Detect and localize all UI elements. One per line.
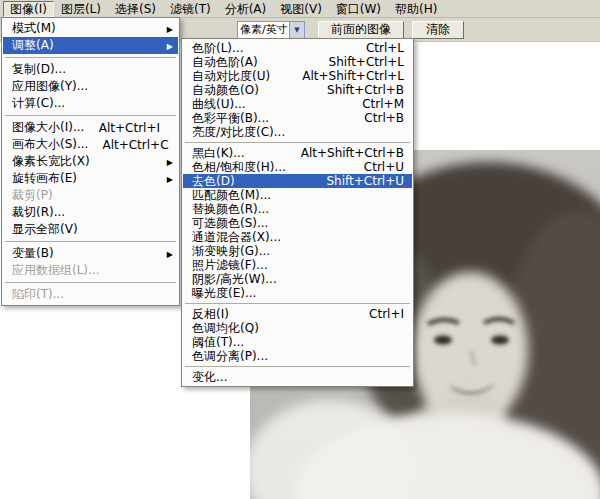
item-label: 应用数据组(L)... bbox=[12, 262, 100, 279]
menubar-item-analysis[interactable]: 分析(A) bbox=[218, 1, 274, 17]
item-shortcut: Ctrl+I bbox=[355, 307, 404, 321]
menu-separator bbox=[5, 115, 176, 116]
menu-item-adjustments[interactable]: 调整(A) ▶ bbox=[3, 37, 178, 54]
item-label: 旋转画布(E) bbox=[12, 170, 77, 187]
item-label: 曝光度(E)... bbox=[192, 285, 256, 302]
menu-item-crop: 裁剪(P) bbox=[3, 187, 178, 204]
front-image-button[interactable]: 前面的图像 bbox=[318, 21, 404, 39]
menu-item-trap: 陷印(T)... bbox=[3, 286, 178, 303]
item-label: 应用图像(Y)... bbox=[12, 78, 88, 95]
menu-item-canvas-size[interactable]: 画布大小(S)... Alt+Ctrl+C bbox=[3, 136, 178, 153]
menu-item-variables[interactable]: 变量(B) ▶ bbox=[3, 245, 178, 262]
submenu-item-variations[interactable]: 变化... bbox=[183, 370, 412, 384]
submenu-item-brightness-contrast[interactable]: 亮度/对比度(C)... bbox=[183, 125, 412, 139]
item-shortcut: Ctrl+L bbox=[352, 41, 404, 55]
menubar-item-view[interactable]: 视图(V) bbox=[273, 1, 329, 17]
item-label: 陷印(T)... bbox=[12, 286, 64, 303]
menu-separator bbox=[5, 241, 176, 242]
menu-separator bbox=[5, 57, 176, 58]
menubar-item-filter[interactable]: 滤镜(T) bbox=[163, 1, 218, 17]
menu-item-calculations[interactable]: 计算(C)... bbox=[3, 95, 178, 112]
menu-item-apply-image[interactable]: 应用图像(Y)... bbox=[3, 78, 178, 95]
dropdown-value: 像素/英寸 bbox=[238, 22, 289, 38]
menu-separator bbox=[185, 366, 410, 367]
clear-button[interactable]: 清除 bbox=[412, 21, 464, 39]
menu-bar: 图像(I) 图层(L) 选择(S) 滤镜(T) 分析(A) 视图(V) 窗口(W… bbox=[0, 0, 600, 18]
item-shortcut: Ctrl+U bbox=[350, 160, 404, 174]
item-label: 色调分离(P)... bbox=[192, 348, 268, 365]
item-shortcut: Ctrl+B bbox=[350, 111, 404, 125]
item-shortcut: Alt+Shift+Ctrl+L bbox=[288, 69, 404, 83]
submenu-item-posterize[interactable]: 色调分离(P)... bbox=[183, 349, 412, 363]
item-label: 像素长宽比(X) bbox=[12, 153, 90, 170]
item-label: 计算(C)... bbox=[12, 95, 65, 112]
item-shortcut: Alt+Shift+Ctrl+B bbox=[287, 146, 404, 160]
item-label: 变化... bbox=[192, 369, 227, 386]
photoshop-window: 图像(I) 图层(L) 选择(S) 滤镜(T) 分析(A) 视图(V) 窗口(W… bbox=[0, 0, 600, 499]
adjustments-submenu-panel: 色阶(L)... Ctrl+L 自动色阶(A) Shift+Ctrl+L 自动对… bbox=[181, 38, 414, 387]
menu-separator bbox=[5, 282, 176, 283]
item-label: 复制(D)... bbox=[12, 61, 66, 78]
menubar-item-layer[interactable]: 图层(L) bbox=[54, 1, 108, 17]
menu-item-reveal-all[interactable]: 显示全部(V) bbox=[3, 221, 178, 238]
menu-item-mode[interactable]: 模式(M) ▶ bbox=[3, 20, 178, 37]
item-label: 亮度/对比度(C)... bbox=[192, 124, 285, 141]
image-menu-panel: 模式(M) ▶ 调整(A) ▶ 复制(D)... 应用图像(Y)... 计算(C… bbox=[1, 17, 180, 306]
item-shortcut: Shift+Ctrl+L bbox=[315, 55, 404, 69]
menu-item-duplicate[interactable]: 复制(D)... bbox=[3, 61, 178, 78]
item-label: 裁切(R)... bbox=[12, 204, 65, 221]
resolution-unit-dropdown[interactable]: 像素/英寸 ▼ bbox=[237, 21, 305, 39]
menu-item-pixel-aspect-ratio[interactable]: 像素长宽比(X) ▶ bbox=[3, 153, 178, 170]
menu-item-image-size[interactable]: 图像大小(I)... Alt+Ctrl+I bbox=[3, 119, 178, 136]
submenu-arrow-icon: ▶ bbox=[167, 41, 173, 50]
item-shortcut: Ctrl+M bbox=[348, 97, 404, 111]
dropdown-arrow-icon[interactable]: ▼ bbox=[289, 22, 304, 38]
menubar-item-help[interactable]: 帮助(H) bbox=[388, 1, 444, 17]
item-shortcut: Alt+Ctrl+C bbox=[88, 138, 168, 152]
submenu-arrow-icon: ▶ bbox=[167, 249, 173, 258]
menubar-item-window[interactable]: 窗口(W) bbox=[329, 1, 388, 17]
menubar-item-image[interactable]: 图像(I) bbox=[3, 1, 54, 17]
item-label: 图像大小(I)... bbox=[12, 119, 84, 136]
submenu-arrow-icon: ▶ bbox=[167, 174, 173, 183]
menu-item-rotate-canvas[interactable]: 旋转画布(E) ▶ bbox=[3, 170, 178, 187]
submenu-arrow-icon: ▶ bbox=[167, 157, 173, 166]
item-label: 模式(M) bbox=[12, 20, 56, 37]
item-label: 调整(A) bbox=[12, 37, 54, 54]
item-label: 变量(B) bbox=[12, 245, 54, 262]
item-shortcut: Shift+Ctrl+U bbox=[312, 174, 404, 188]
submenu-arrow-icon: ▶ bbox=[167, 24, 173, 33]
item-label: 裁剪(P) bbox=[12, 187, 53, 204]
menu-separator bbox=[185, 142, 410, 143]
item-shortcut: Shift+Ctrl+B bbox=[313, 83, 404, 97]
submenu-item-exposure[interactable]: 曝光度(E)... bbox=[183, 286, 412, 300]
menubar-item-select[interactable]: 选择(S) bbox=[108, 1, 163, 17]
menu-item-trim[interactable]: 裁切(R)... bbox=[3, 204, 178, 221]
menu-separator bbox=[185, 303, 410, 304]
item-label: 画布大小(S)... bbox=[12, 136, 88, 153]
item-label: 显示全部(V) bbox=[12, 221, 78, 238]
item-shortcut: Alt+Ctrl+I bbox=[85, 121, 160, 135]
menu-item-apply-data-set: 应用数据组(L)... bbox=[3, 262, 178, 279]
